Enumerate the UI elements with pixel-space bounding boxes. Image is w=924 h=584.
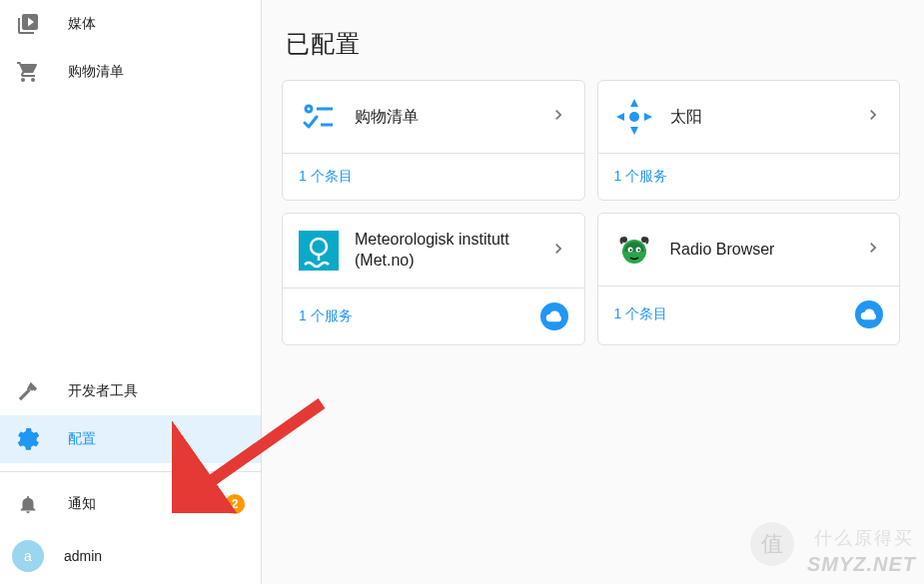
svg-point-3 [629,112,639,122]
svg-marker-6 [616,113,624,121]
svg-point-17 [637,250,639,252]
sidebar-item-devtools[interactable]: 开发者工具 [0,367,261,415]
avatar: a [12,540,44,572]
sidebar-item-user[interactable]: a admin [0,528,261,584]
sidebar-label: 配置 [68,430,253,448]
card-header[interactable]: 购物清单 [283,81,584,153]
svg-marker-5 [630,127,638,135]
play-box-icon [16,12,40,36]
card-title: Meteorologisk institutt (Met.no) [355,230,548,272]
cloud-icon [540,302,568,330]
cloud-icon [855,300,883,328]
page-title: 已配置 [286,28,900,60]
sidebar-label: 购物清单 [68,63,253,81]
cart-icon [16,60,40,84]
gear-icon [16,427,40,451]
user-name: admin [64,548,253,564]
integration-card-shopping-list: 购物清单 1 个条目 [282,80,585,201]
notification-badge: 2 [225,494,245,514]
sidebar-item-media[interactable]: 媒体 [0,0,261,48]
sidebar-label: 媒体 [68,15,253,33]
sidebar-label: 开发者工具 [68,382,253,400]
card-footer: 1 个服务 [598,153,900,200]
svg-point-12 [621,237,627,243]
shopping-list-icon [299,97,339,137]
card-meta[interactable]: 1 个服务 [614,168,668,186]
main-content: 已配置 购物清单 [262,0,924,584]
sidebar-label: 通知 [68,495,225,513]
svg-marker-7 [644,113,652,121]
divider [0,471,261,472]
card-meta[interactable]: 1 个条目 [614,305,668,323]
sun-icon [614,97,654,137]
chevron-right-icon [863,105,883,129]
sidebar-item-config[interactable]: 配置 [0,415,261,463]
card-meta[interactable]: 1 个条目 [299,168,353,186]
chevron-right-icon [548,239,568,263]
sidebar-top: 媒体 购物清单 [0,0,261,367]
svg-point-16 [629,250,631,252]
hammer-icon [16,379,40,403]
card-meta[interactable]: 1 个服务 [299,307,353,325]
bell-icon [16,492,40,516]
card-title: Radio Browser [670,240,864,261]
card-header[interactable]: Radio Browser [598,214,900,286]
card-footer: 1 个条目 [598,286,900,342]
integration-card-sun: 太阳 1 个服务 [597,80,901,201]
svg-marker-4 [630,99,638,107]
integration-card-metno: Meteorologisk institutt (Met.no) 1 个服务 [282,213,585,345]
card-footer: 1 个条目 [283,153,584,200]
sidebar-bottom: 开发者工具 配置 通知 2 a admin [0,367,261,584]
card-title: 太阳 [670,107,864,128]
chevron-right-icon [548,105,568,129]
card-header[interactable]: 太阳 [598,81,900,153]
radio-browser-icon [614,230,654,270]
card-header[interactable]: Meteorologisk institutt (Met.no) [283,214,584,288]
sidebar-item-shopping[interactable]: 购物清单 [0,48,261,96]
card-title: 购物清单 [355,107,548,128]
svg-point-0 [306,106,312,112]
sidebar-item-notifications[interactable]: 通知 2 [0,480,261,528]
chevron-right-icon [863,238,883,262]
svg-point-13 [641,237,647,243]
metno-icon [299,231,339,271]
sidebar: 媒体 购物清单 开发者工具 配置 通知 2 [0,0,262,584]
card-footer: 1 个服务 [283,288,584,344]
integration-card-radio: Radio Browser 1 个条目 [597,213,901,345]
integration-grid: 购物清单 1 个条目 [282,80,900,345]
